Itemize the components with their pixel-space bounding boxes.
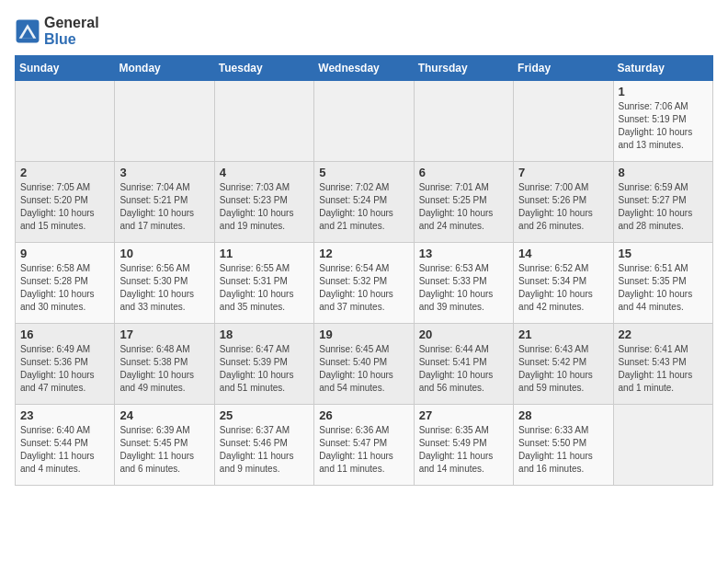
calendar-cell: [514, 81, 613, 162]
day-detail: Sunrise: 6:40 AM Sunset: 5:44 PM Dayligh…: [20, 424, 109, 476]
day-number: 17: [119, 327, 209, 341]
day-detail: Sunrise: 6:39 AM Sunset: 5:45 PM Dayligh…: [119, 424, 209, 476]
weekday-header-monday: Monday: [115, 56, 214, 81]
weekday-header-friday: Friday: [514, 56, 613, 81]
calendar-cell: 11Sunrise: 6:55 AM Sunset: 5:31 PM Dayli…: [214, 243, 313, 324]
day-detail: Sunrise: 6:51 AM Sunset: 5:35 PM Dayligh…: [619, 262, 708, 314]
day-number: 27: [419, 408, 508, 422]
day-detail: Sunrise: 7:05 AM Sunset: 5:20 PM Dayligh…: [20, 181, 109, 233]
day-number: 3: [119, 166, 209, 179]
calendar-cell: 5Sunrise: 7:02 AM Sunset: 5:24 PM Daylig…: [314, 162, 414, 243]
day-number: 28: [518, 408, 608, 422]
day-number: 8: [619, 166, 708, 179]
day-detail: Sunrise: 6:33 AM Sunset: 5:50 PM Dayligh…: [518, 424, 608, 476]
weekday-header-wednesday: Wednesday: [314, 56, 414, 81]
calendar-cell: 17Sunrise: 6:48 AM Sunset: 5:38 PM Dayli…: [115, 324, 214, 405]
calendar-cell: [115, 81, 214, 162]
day-number: 5: [319, 166, 408, 179]
calendar-cell: 23Sunrise: 6:40 AM Sunset: 5:44 PM Dayli…: [16, 405, 115, 486]
day-number: 25: [220, 408, 309, 422]
day-detail: Sunrise: 6:55 AM Sunset: 5:31 PM Dayligh…: [220, 262, 309, 314]
day-number: 4: [220, 166, 309, 179]
day-number: 1: [619, 85, 708, 98]
day-number: 21: [518, 327, 608, 341]
day-number: 20: [419, 327, 508, 341]
day-number: 18: [220, 327, 309, 341]
calendar-cell: [16, 81, 115, 162]
day-number: 24: [119, 408, 209, 422]
day-detail: Sunrise: 6:48 AM Sunset: 5:38 PM Dayligh…: [119, 343, 209, 395]
weekday-header-row: SundayMondayTuesdayWednesdayThursdayFrid…: [16, 56, 713, 81]
calendar-cell: 24Sunrise: 6:39 AM Sunset: 5:45 PM Dayli…: [115, 405, 214, 486]
calendar-cell: 13Sunrise: 6:53 AM Sunset: 5:33 PM Dayli…: [414, 243, 513, 324]
day-number: 6: [419, 166, 508, 179]
calendar-cell: 7Sunrise: 7:00 AM Sunset: 5:26 PM Daylig…: [514, 162, 613, 243]
day-number: 22: [619, 327, 708, 341]
calendar-cell: 6Sunrise: 7:01 AM Sunset: 5:25 PM Daylig…: [414, 162, 513, 243]
calendar-cell: 15Sunrise: 6:51 AM Sunset: 5:35 PM Dayli…: [613, 243, 712, 324]
calendar-week-row: 23Sunrise: 6:40 AM Sunset: 5:44 PM Dayli…: [16, 405, 713, 486]
calendar-cell: [214, 81, 313, 162]
day-detail: Sunrise: 6:54 AM Sunset: 5:32 PM Dayligh…: [319, 262, 408, 314]
day-number: 14: [518, 247, 608, 260]
day-number: 9: [20, 247, 109, 260]
calendar-cell: 25Sunrise: 6:37 AM Sunset: 5:46 PM Dayli…: [214, 405, 313, 486]
calendar-cell: 4Sunrise: 7:03 AM Sunset: 5:23 PM Daylig…: [214, 162, 313, 243]
day-detail: Sunrise: 7:04 AM Sunset: 5:21 PM Dayligh…: [119, 181, 209, 233]
calendar-cell: 19Sunrise: 6:45 AM Sunset: 5:40 PM Dayli…: [314, 324, 414, 405]
calendar-cell: 14Sunrise: 6:52 AM Sunset: 5:34 PM Dayli…: [514, 243, 613, 324]
calendar-cell: 1Sunrise: 7:06 AM Sunset: 5:19 PM Daylig…: [613, 81, 712, 162]
calendar-cell: 3Sunrise: 7:04 AM Sunset: 5:21 PM Daylig…: [115, 162, 214, 243]
day-detail: Sunrise: 6:59 AM Sunset: 5:27 PM Dayligh…: [619, 181, 708, 233]
calendar-cell: 8Sunrise: 6:59 AM Sunset: 5:27 PM Daylig…: [613, 162, 712, 243]
calendar-cell: 2Sunrise: 7:05 AM Sunset: 5:20 PM Daylig…: [16, 162, 115, 243]
calendar-cell: 10Sunrise: 6:56 AM Sunset: 5:30 PM Dayli…: [115, 243, 214, 324]
day-number: 12: [319, 247, 408, 260]
calendar-week-row: 9Sunrise: 6:58 AM Sunset: 5:28 PM Daylig…: [16, 243, 713, 324]
day-number: 11: [220, 247, 309, 260]
logo-icon: [15, 18, 40, 44]
day-detail: Sunrise: 6:44 AM Sunset: 5:41 PM Dayligh…: [419, 343, 508, 395]
day-detail: Sunrise: 7:01 AM Sunset: 5:25 PM Dayligh…: [419, 181, 508, 233]
calendar-cell: 21Sunrise: 6:43 AM Sunset: 5:42 PM Dayli…: [514, 324, 613, 405]
day-detail: Sunrise: 6:37 AM Sunset: 5:46 PM Dayligh…: [220, 424, 309, 476]
day-detail: Sunrise: 7:02 AM Sunset: 5:24 PM Dayligh…: [319, 181, 408, 233]
page-header: General Blue: [15, 15, 713, 48]
day-detail: Sunrise: 6:49 AM Sunset: 5:36 PM Dayligh…: [20, 343, 109, 395]
day-detail: Sunrise: 7:03 AM Sunset: 5:23 PM Dayligh…: [220, 181, 309, 233]
calendar-cell: [314, 81, 414, 162]
calendar-week-row: 16Sunrise: 6:49 AM Sunset: 5:36 PM Dayli…: [16, 324, 713, 405]
day-detail: Sunrise: 6:36 AM Sunset: 5:47 PM Dayligh…: [319, 424, 408, 476]
day-number: 26: [319, 408, 408, 422]
day-number: 13: [419, 247, 508, 260]
day-number: 15: [619, 247, 708, 260]
day-number: 19: [319, 327, 408, 341]
weekday-header-tuesday: Tuesday: [214, 56, 313, 81]
calendar-cell: 20Sunrise: 6:44 AM Sunset: 5:41 PM Dayli…: [414, 324, 513, 405]
day-number: 10: [119, 247, 209, 260]
logo-text: General Blue: [44, 15, 99, 48]
calendar-cell: [613, 405, 712, 486]
day-number: 7: [518, 166, 608, 179]
day-detail: Sunrise: 7:06 AM Sunset: 5:19 PM Dayligh…: [619, 100, 708, 152]
calendar-cell: 22Sunrise: 6:41 AM Sunset: 5:43 PM Dayli…: [613, 324, 712, 405]
day-detail: Sunrise: 6:56 AM Sunset: 5:30 PM Dayligh…: [119, 262, 209, 314]
weekday-header-sunday: Sunday: [16, 56, 115, 81]
day-number: 16: [20, 327, 109, 341]
day-number: 23: [20, 408, 109, 422]
logo: General Blue: [15, 15, 99, 48]
calendar-cell: 18Sunrise: 6:47 AM Sunset: 5:39 PM Dayli…: [214, 324, 313, 405]
calendar-week-row: 1Sunrise: 7:06 AM Sunset: 5:19 PM Daylig…: [16, 81, 713, 162]
calendar-cell: 12Sunrise: 6:54 AM Sunset: 5:32 PM Dayli…: [314, 243, 414, 324]
calendar-cell: 16Sunrise: 6:49 AM Sunset: 5:36 PM Dayli…: [16, 324, 115, 405]
day-detail: Sunrise: 6:47 AM Sunset: 5:39 PM Dayligh…: [220, 343, 309, 395]
weekday-header-thursday: Thursday: [414, 56, 513, 81]
day-detail: Sunrise: 6:35 AM Sunset: 5:49 PM Dayligh…: [419, 424, 508, 476]
day-number: 2: [20, 166, 109, 179]
day-detail: Sunrise: 6:53 AM Sunset: 5:33 PM Dayligh…: [419, 262, 508, 314]
day-detail: Sunrise: 6:52 AM Sunset: 5:34 PM Dayligh…: [518, 262, 608, 314]
calendar-cell: 26Sunrise: 6:36 AM Sunset: 5:47 PM Dayli…: [314, 405, 414, 486]
calendar-cell: 28Sunrise: 6:33 AM Sunset: 5:50 PM Dayli…: [514, 405, 613, 486]
calendar-week-row: 2Sunrise: 7:05 AM Sunset: 5:20 PM Daylig…: [16, 162, 713, 243]
calendar-cell: 27Sunrise: 6:35 AM Sunset: 5:49 PM Dayli…: [414, 405, 513, 486]
